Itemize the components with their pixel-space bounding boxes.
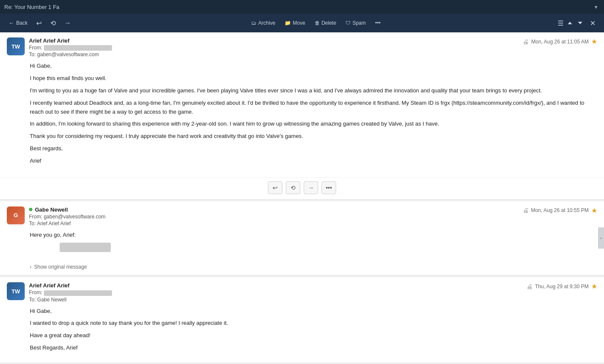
online-dot-2 bbox=[29, 208, 32, 211]
sort-down-icon bbox=[578, 22, 582, 24]
inline-reply-all-button[interactable]: ⟲ bbox=[286, 181, 300, 194]
body-line-1-7: Best regards, bbox=[30, 144, 597, 153]
more-button[interactable]: ••• bbox=[372, 18, 384, 28]
to-field-3: To: Gabe Newell bbox=[29, 297, 522, 303]
spam-icon: 🛡 bbox=[345, 20, 351, 26]
attachment-bar bbox=[60, 243, 111, 252]
forward-button[interactable]: → bbox=[61, 17, 75, 29]
from-redacted-1 bbox=[44, 45, 112, 51]
email-meta-1: Arief Arief Arief From: To: gaben@valves… bbox=[29, 37, 518, 57]
toolbar: ← Back ↩ ⟲ → 🗂 Archive 📁 Move 🗑 Delete 🛡… bbox=[0, 14, 604, 32]
title-bar: Re: Your Number 1 Fa ▾ bbox=[0, 0, 604, 14]
email-meta-2: Gabe Newell From: gaben@valvesoftware.co… bbox=[29, 206, 518, 226]
reply-all-button[interactable]: ⟲ bbox=[47, 17, 59, 29]
star-1[interactable]: ★ bbox=[591, 37, 597, 46]
avatar-2: G bbox=[7, 206, 25, 224]
delete-button[interactable]: 🗑 Delete bbox=[311, 18, 340, 28]
email-area: TW Arief Arief Arief From: To: gaben@val… bbox=[0, 32, 604, 364]
move-button[interactable]: 📁 Move bbox=[281, 18, 308, 28]
to-field-1: To: gaben@valvesoftware.com bbox=[29, 52, 518, 57]
inline-reply-button[interactable]: ↩ bbox=[268, 181, 282, 194]
back-button[interactable]: ← Back bbox=[5, 18, 31, 28]
sort-down-button[interactable] bbox=[576, 21, 584, 25]
window-title: Re: Your Number 1 Fa bbox=[4, 4, 592, 10]
from-field-1: From: bbox=[29, 45, 518, 51]
sort-up-button[interactable] bbox=[566, 21, 574, 25]
body-line-1-8: Arief bbox=[30, 157, 597, 166]
body-line-1-6: Thank you for considering my request. I … bbox=[30, 132, 597, 141]
avatar-1: TW bbox=[7, 37, 25, 55]
sender-name-3: Arief Arief Arief bbox=[29, 282, 522, 289]
body-line-2-1: Here you go, Arief: bbox=[30, 231, 597, 240]
chevron-right-icon: › bbox=[30, 264, 32, 270]
body-line-1-3: I'm writing to you as a huge fan of Valv… bbox=[30, 86, 597, 95]
sender-name-1: Arief Arief Arief bbox=[29, 37, 518, 44]
email-body-3: Hi Gabe, I wanted to drop a quick note t… bbox=[0, 305, 604, 363]
close-icon: ✕ bbox=[590, 19, 595, 27]
close-button[interactable]: ✕ bbox=[587, 17, 599, 29]
email-body-1: Hi Gabe, I hope this email finds you wel… bbox=[0, 60, 604, 175]
spam-button[interactable]: 🛡 Spam bbox=[342, 18, 369, 28]
body-line-1-1: Hi Gabe, bbox=[30, 62, 597, 71]
print-icon-1[interactable]: 🖨 bbox=[523, 38, 529, 45]
to-field-2: To: Arief Arief Arief bbox=[29, 221, 518, 226]
show-original-toggle[interactable]: › Show original message bbox=[0, 262, 604, 275]
delete-icon: 🗑 bbox=[315, 20, 320, 26]
inline-forward-button[interactable]: → bbox=[304, 181, 318, 194]
email-time-3: 🖨 Thu, Aug 29 at 9:30 PM ★ bbox=[526, 282, 597, 290]
email-card-3: TW Arief Arief Arief From: To: Gabe Newe… bbox=[0, 277, 604, 363]
back-icon: ← bbox=[9, 20, 14, 26]
avatar-3: TW bbox=[7, 282, 25, 300]
expand-arrow-icon: › bbox=[600, 236, 601, 241]
forward-icon: → bbox=[64, 19, 71, 27]
body-line-3-3: Have a great day ahead! bbox=[30, 331, 597, 340]
sender-name-2: Gabe Newell bbox=[35, 206, 68, 213]
email-body-2: Here you go, Arief: bbox=[0, 229, 604, 263]
expand-arrow[interactable]: › bbox=[598, 227, 604, 249]
email-meta-3: Arief Arief Arief From: To: Gabe Newell bbox=[29, 282, 522, 302]
from-redacted-3 bbox=[44, 290, 112, 296]
star-3[interactable]: ★ bbox=[591, 282, 597, 290]
body-line-3-1: Hi Gabe, bbox=[30, 307, 597, 316]
reply-button[interactable]: ↩ bbox=[33, 17, 45, 29]
email-time-2: 🖨 Mon, Aug 26 at 10:55 PM ★ bbox=[523, 206, 597, 215]
sort-up-icon bbox=[568, 22, 572, 24]
move-icon: 📁 bbox=[285, 20, 291, 26]
archive-icon: 🗂 bbox=[251, 20, 256, 26]
reply-toolbar-1: ↩ ⟲ → ••• bbox=[0, 178, 604, 199]
print-icon-3[interactable]: 🖨 bbox=[526, 283, 532, 290]
body-line-1-5: In addition, I'm looking forward to shar… bbox=[30, 120, 597, 129]
print-icon-2[interactable]: 🖨 bbox=[523, 207, 529, 214]
from-field-3: From: bbox=[29, 289, 522, 295]
more-icon: ••• bbox=[375, 20, 381, 26]
archive-button[interactable]: 🗂 Archive bbox=[248, 18, 279, 28]
sort-icon: ☰ bbox=[558, 19, 564, 27]
body-line-1-2: I hope this email finds you well. bbox=[30, 74, 597, 83]
body-line-1-4: I recently learned about Deadlock and, a… bbox=[30, 99, 597, 117]
body-line-3-2: I wanted to drop a quick note to say tha… bbox=[30, 319, 597, 328]
body-line-3-4: Best Regards, Arief bbox=[30, 344, 597, 353]
reply-all-icon: ⟲ bbox=[50, 19, 56, 27]
star-2[interactable]: ★ bbox=[591, 206, 597, 215]
inline-more-button[interactable]: ••• bbox=[322, 181, 336, 194]
title-chevron[interactable]: ▾ bbox=[592, 3, 600, 11]
email-card-1: TW Arief Arief Arief From: To: gaben@val… bbox=[0, 32, 604, 200]
from-field-2: From: gaben@valvesoftware.com bbox=[29, 214, 518, 220]
reply-icon: ↩ bbox=[36, 19, 42, 27]
email-card-2: G Gabe Newell From: gaben@valvesoftware.… bbox=[0, 201, 604, 276]
email-time-1: 🖨 Mon, Aug 26 at 11:05 AM ★ bbox=[523, 37, 597, 46]
